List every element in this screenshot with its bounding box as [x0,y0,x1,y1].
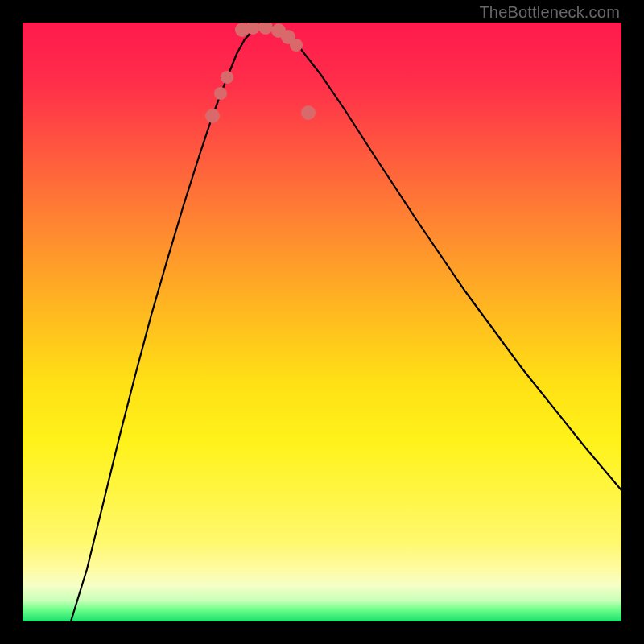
bottleneck-curve [71,25,621,621]
chart-frame: TheBottleneck.com [0,0,644,644]
data-marker [290,39,303,52]
data-marker [221,71,233,84]
plot-area [23,23,621,621]
data-marker [258,23,273,35]
marker-group [205,23,316,123]
data-marker [205,109,220,123]
watermark-text: TheBottleneck.com [479,3,620,22]
chart-svg [23,23,621,621]
data-marker [301,105,316,120]
data-marker [214,87,227,100]
